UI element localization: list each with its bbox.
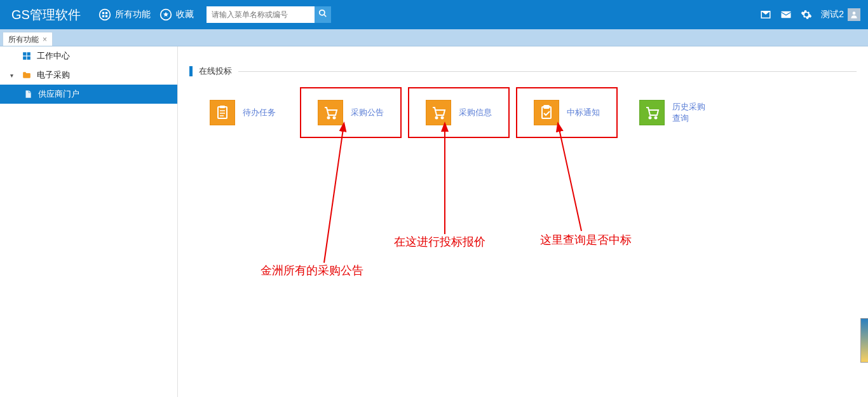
svg-point-26 <box>649 117 651 119</box>
divider <box>238 71 857 72</box>
section-header: 在线投标 <box>189 66 857 77</box>
sidebar-item-label: 供应商门户 <box>38 88 79 100</box>
search-icon <box>318 9 327 20</box>
svg-point-22 <box>436 117 438 119</box>
sidebar-item-eprocurement[interactable]: ▾ 电子采购 <box>0 66 177 85</box>
svg-point-0 <box>100 10 111 20</box>
svg-rect-14 <box>27 57 31 60</box>
gear-icon[interactable] <box>801 9 812 20</box>
svg-rect-3 <box>102 15 104 17</box>
tile-procurement-info[interactable]: 采购信息 <box>408 87 510 138</box>
caret-down-icon: ▾ <box>10 72 17 79</box>
svg-rect-11 <box>23 52 26 55</box>
mail-icon[interactable] <box>780 9 792 20</box>
sidebar-item-supplier-portal[interactable]: 供应商门户 <box>0 85 177 104</box>
tile-label: 中标通知 <box>567 107 600 118</box>
svg-point-6 <box>320 10 325 15</box>
annotation-text-2: 在这进行投标报价 <box>394 234 485 249</box>
svg-rect-12 <box>27 52 31 55</box>
search-input[interactable] <box>207 6 315 23</box>
dashboard-icon <box>22 51 32 61</box>
tile-bid-notice[interactable]: 中标通知 <box>516 87 618 138</box>
tab-label: 所有功能 <box>8 34 39 45</box>
username: 测试2 <box>821 9 844 20</box>
tab-all-functions[interactable]: 所有功能 × <box>3 32 53 46</box>
svg-point-27 <box>655 117 657 119</box>
tile-row: 待办任务 采购公告 采购信息 中标通知 <box>189 87 857 138</box>
sidebar-item-workcenter[interactable]: 工作中心 <box>0 46 177 66</box>
tab-strip: 所有功能 × <box>0 29 868 46</box>
annotation-text-3: 这里查询是否中标 <box>540 232 632 247</box>
sidebar-item-label: 电子采购 <box>37 69 70 81</box>
svg-rect-1 <box>102 12 104 14</box>
annotation-text-1: 金洲所有的采购公告 <box>261 263 363 278</box>
svg-point-10 <box>853 11 856 15</box>
clipboard-check-icon <box>534 100 559 125</box>
svg-rect-9 <box>782 11 791 18</box>
svg-line-28 <box>324 129 343 263</box>
folder-icon <box>22 70 32 80</box>
nav-label: 所有功能 <box>115 9 151 20</box>
svg-rect-13 <box>23 57 26 60</box>
user-menu[interactable]: 测试2 <box>821 8 860 21</box>
top-header: GS管理软件 所有功能 收藏 测试2 <box>0 0 868 29</box>
close-icon[interactable]: × <box>43 36 47 43</box>
tile-label: 历史采购查询 <box>672 101 710 124</box>
cart-history-icon <box>639 100 665 125</box>
svg-rect-15 <box>218 107 227 118</box>
side-indicator <box>860 318 868 363</box>
notification-icon[interactable] <box>760 9 771 20</box>
svg-point-20 <box>328 117 330 119</box>
avatar-icon <box>848 8 860 21</box>
content-area: 在线投标 待办任务 采购公告 采购信息 <box>178 46 868 397</box>
svg-rect-16 <box>220 106 225 108</box>
svg-rect-2 <box>105 12 107 14</box>
section-title-text: 在线投标 <box>199 66 232 77</box>
body: 工作中心 ▾ 电子采购 供应商门户 在线投标 <box>0 46 868 397</box>
grid-circle-icon <box>98 8 111 21</box>
brand-title: GS管理软件 <box>11 6 81 24</box>
search-wrapper <box>207 6 331 23</box>
section-marker-icon <box>189 66 193 76</box>
sidebar: 工作中心 ▾ 电子采购 供应商门户 <box>0 46 178 397</box>
header-right: 测试2 <box>760 8 860 21</box>
svg-line-30 <box>559 129 581 231</box>
clipboard-list-icon <box>210 100 235 125</box>
star-circle-icon <box>159 8 172 21</box>
sidebar-item-label: 工作中心 <box>37 50 70 62</box>
nav-all-functions[interactable]: 所有功能 <box>98 8 151 21</box>
svg-rect-4 <box>105 15 107 17</box>
nav-label: 收藏 <box>176 9 194 20</box>
tile-label: 采购公告 <box>351 107 384 118</box>
tile-label: 待办任务 <box>243 107 276 118</box>
svg-point-23 <box>442 117 444 119</box>
cart-icon <box>318 100 343 125</box>
tile-label: 采购信息 <box>459 107 492 118</box>
nav-favorites[interactable]: 收藏 <box>159 8 194 21</box>
tile-todo[interactable]: 待办任务 <box>192 87 294 138</box>
tile-history[interactable]: 历史采购查询 <box>624 87 726 138</box>
svg-point-21 <box>334 117 336 119</box>
search-button[interactable] <box>315 6 331 23</box>
cart-info-icon <box>426 100 451 125</box>
svg-line-7 <box>324 15 327 17</box>
tile-procurement-notice[interactable]: 采购公告 <box>300 87 402 138</box>
svg-rect-25 <box>544 106 549 108</box>
document-icon <box>23 89 33 99</box>
